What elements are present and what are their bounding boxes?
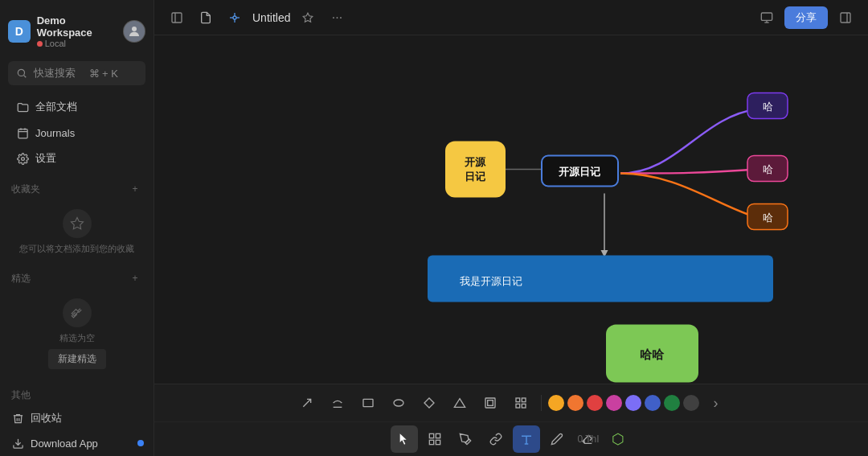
svg-rect-42 xyxy=(363,399,373,406)
settings-icon xyxy=(16,152,29,165)
svg-rect-25 xyxy=(445,142,506,198)
svg-text:哈: 哈 xyxy=(763,163,773,175)
multi-select-button[interactable] xyxy=(421,425,448,453)
pencil-tool-button[interactable] xyxy=(543,425,571,453)
ellipse-tool-icon xyxy=(392,396,405,409)
svg-marker-45 xyxy=(454,399,465,408)
favorites-add-button[interactable]: + xyxy=(128,182,142,196)
avatar-button[interactable] xyxy=(123,20,145,43)
counter-badge: 0 ThI xyxy=(577,433,599,445)
select-tool-icon xyxy=(398,433,411,446)
pinned-add-button[interactable]: + xyxy=(128,271,142,286)
more-options-button[interactable]: ··· xyxy=(326,6,348,29)
avatar xyxy=(124,21,145,42)
canvas-area[interactable]: 开源 日记 开源日记 哈 哈 哈 我是开源日记 哈哈 xyxy=(154,35,868,384)
color-purple[interactable] xyxy=(625,395,641,411)
search-icon xyxy=(16,68,27,79)
favorites-empty-text: 您可以将文档添加到您的收藏 xyxy=(19,243,134,255)
journals-label: Journals xyxy=(35,127,75,139)
ellipse-tool-button[interactable] xyxy=(385,389,412,417)
color-green[interactable] xyxy=(664,395,680,411)
layout-button[interactable] xyxy=(834,6,857,29)
svg-line-40 xyxy=(303,399,310,406)
triangle-tool-button[interactable] xyxy=(446,389,473,417)
svg-rect-47 xyxy=(487,401,493,406)
other-label: 其他 xyxy=(11,388,31,402)
connector-tool-button[interactable] xyxy=(324,389,351,417)
sidebar-item-settings[interactable]: 设置 xyxy=(5,146,149,171)
more-colors-button[interactable]: › xyxy=(702,389,730,417)
mindmap-view-button[interactable] xyxy=(223,6,246,29)
share-button[interactable]: 分享 xyxy=(784,6,828,29)
frame-tool-icon xyxy=(484,396,497,409)
svg-marker-44 xyxy=(424,398,434,408)
download-label: Download App xyxy=(31,438,98,450)
text-tool-button[interactable] xyxy=(513,425,540,453)
svg-rect-53 xyxy=(436,433,440,438)
color-dark[interactable] xyxy=(683,395,699,411)
ellipsis-icon: ··· xyxy=(332,10,342,25)
favorites-section-header: 收藏夹 + xyxy=(0,175,154,199)
svg-point-7 xyxy=(21,157,24,160)
layout-icon xyxy=(839,11,852,24)
workspace-local-row: Local xyxy=(37,39,124,48)
folder-icon xyxy=(16,101,29,113)
link-tool-button[interactable] xyxy=(482,425,510,453)
color-orange[interactable] xyxy=(548,395,564,411)
svg-rect-50 xyxy=(516,404,520,408)
other-section: 其他 回收站 xyxy=(0,379,154,456)
topbar-right: 分享 xyxy=(755,6,857,29)
sidebar-toggle-button[interactable] xyxy=(166,6,188,29)
frame-tool-button[interactable] xyxy=(477,389,504,417)
star-icon xyxy=(302,12,313,23)
sidebar-item-all-docs[interactable]: 全部文档 xyxy=(5,94,149,120)
svg-rect-20 xyxy=(761,13,772,20)
workspace-local-label: Local xyxy=(45,39,66,48)
color-orange2[interactable] xyxy=(567,395,583,411)
arrow-tool-icon xyxy=(301,396,313,409)
svg-rect-49 xyxy=(522,398,526,402)
pinned-label: 精选 xyxy=(11,272,31,286)
presentation-button[interactable] xyxy=(755,6,778,29)
search-placeholder: 快速搜索 xyxy=(34,66,83,80)
svg-marker-8 xyxy=(71,218,83,229)
svg-point-43 xyxy=(394,400,403,406)
sidebar-item-trash[interactable]: 回收站 xyxy=(0,405,154,431)
pencil-tool-icon xyxy=(551,433,563,446)
sidebar-bottom: 其他 回收站 xyxy=(0,379,154,456)
doc-icon xyxy=(199,11,212,24)
monitor-icon xyxy=(760,11,773,24)
settings-label: 设置 xyxy=(35,151,56,166)
arrow-tool-button[interactable] xyxy=(293,389,321,417)
svg-point-0 xyxy=(132,27,137,31)
select-tool-button[interactable] xyxy=(391,425,418,453)
mindmap-svg: 开源 日记 开源日记 哈 哈 哈 我是开源日记 哈哈 xyxy=(154,35,868,384)
diamond-tool-button[interactable] xyxy=(416,389,443,417)
pen-tool-button[interactable] xyxy=(452,425,479,453)
sidebar: D Demo Workspace Local 快速搜索 ⌘ + K xyxy=(0,0,154,456)
grid-tool-icon xyxy=(514,396,527,409)
all-docs-label: 全部文档 xyxy=(35,100,77,114)
sidebar-item-journals[interactable]: Journals xyxy=(5,121,149,145)
workspace-text: Demo Workspace Local xyxy=(37,14,124,48)
color-blue[interactable] xyxy=(645,395,661,411)
favorite-button[interactable] xyxy=(297,6,319,29)
toolbar-tools-row: ⬡ xyxy=(154,421,868,456)
other-section-header: 其他 xyxy=(0,382,154,405)
new-pinned-button[interactable]: 新建精选 xyxy=(48,349,106,369)
svg-rect-55 xyxy=(436,440,440,444)
main-content: Untitled ··· 分享 xyxy=(154,0,868,456)
color-pink[interactable] xyxy=(606,395,622,411)
svg-rect-52 xyxy=(429,433,433,438)
grid-tool-button[interactable] xyxy=(507,389,534,417)
shape3d-tool-button[interactable]: ⬡ xyxy=(604,425,632,453)
rect-tool-button[interactable] xyxy=(354,389,382,417)
color-red[interactable] xyxy=(587,395,603,411)
pinned-empty-text: 精选为空 xyxy=(59,332,95,344)
text-tool-icon xyxy=(519,432,534,446)
doc-view-button[interactable] xyxy=(194,6,217,29)
svg-text:开源日记: 开源日记 xyxy=(558,166,601,178)
sidebar-item-download[interactable]: Download App xyxy=(0,431,154,455)
search-bar[interactable]: 快速搜索 ⌘ + K xyxy=(8,61,145,85)
workspace-info[interactable]: D Demo Workspace Local xyxy=(8,14,123,48)
